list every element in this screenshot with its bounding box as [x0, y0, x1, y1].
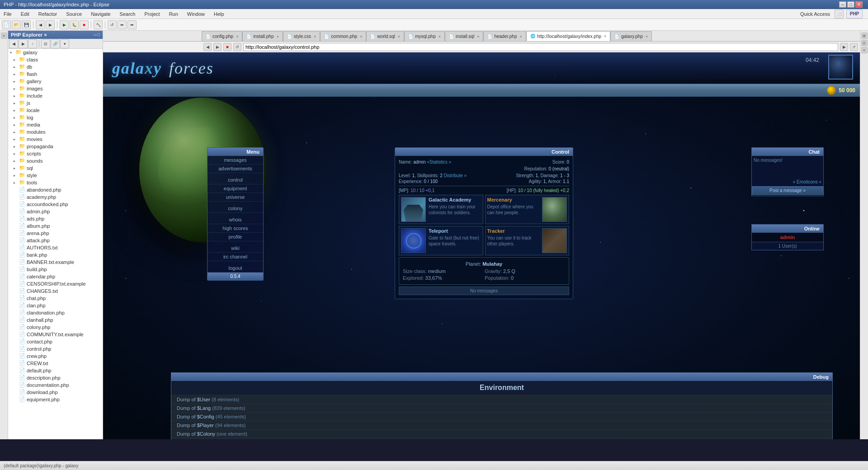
debug-run-btn[interactable]: 🐛 [70, 20, 79, 29]
feature-academy[interactable]: Galactic Academy Here you can train your… [399, 195, 483, 224]
new-btn[interactable]: 📄 [2, 20, 11, 29]
left-edge-btn1[interactable]: ≡ [1, 33, 7, 39]
back-btn[interactable]: ◀ [36, 20, 45, 29]
tree-item-js[interactable]: ▸ 📁 js [8, 99, 103, 107]
tree-item-tools[interactable]: ▸ 📁 tools [8, 179, 103, 186]
tree-item-description[interactable]: 📄 description.php [8, 374, 103, 381]
tree-item-chat[interactable]: 📄 chat.php [8, 295, 103, 302]
open-btn[interactable]: 📂 [12, 20, 21, 29]
tree-item-locale[interactable]: ▸ 📁 locale [8, 107, 103, 114]
tree-item-propaganda[interactable]: ▸ 📁 propaganda [8, 143, 103, 150]
sidebar-minimize-btn[interactable]: ─ [94, 33, 96, 37]
addr-back-btn[interactable]: ◀ [203, 43, 212, 51]
menu-profile[interactable]: profile [208, 233, 263, 241]
tab-install[interactable]: 📄 install.php × [242, 31, 283, 41]
menu-file[interactable]: File [2, 10, 14, 18]
tab-install-sql[interactable]: 📄 install.sql × [445, 31, 483, 41]
tree-item-accountlocked[interactable]: 📄 accountlocked.php [8, 201, 103, 208]
tree-item-sql[interactable]: ▸ 📁 sql [8, 164, 103, 172]
tree-item-authors[interactable]: 📄 AUTHORS.txt [8, 244, 103, 251]
tab-close[interactable]: × [276, 34, 278, 39]
browse-fwd-btn[interactable]: ➡ [127, 20, 137, 29]
tree-item-style[interactable]: ▸ 📁 style [8, 172, 103, 179]
right-edge-btn2[interactable]: ⊡ [861, 40, 868, 46]
tree-item-contact[interactable]: 📄 contact.php [8, 338, 103, 345]
minimize-button[interactable]: ─ [839, 1, 846, 8]
tab-close[interactable]: × [314, 34, 316, 39]
distribute-link[interactable]: Distribute » [444, 173, 467, 178]
php-btn[interactable]: PHP [846, 9, 863, 19]
menu-run[interactable]: Run [167, 10, 180, 18]
menu-irc[interactable]: irc channel [208, 253, 263, 261]
tree-item-censorship[interactable]: 📄 CENSORSHIP.txt.example [8, 280, 103, 287]
stop-btn[interactable]: ■ [80, 20, 89, 29]
tab-style[interactable]: 📄 style.css × [283, 31, 321, 41]
sidebar-link-btn[interactable]: 🔗 [51, 39, 60, 48]
debug-row-config[interactable]: Dump of $Config (45 elements) [171, 413, 832, 421]
menu-search[interactable]: Search [118, 10, 137, 18]
menu-equipment[interactable]: equipment [208, 184, 263, 193]
tree-item-clan[interactable]: 📄 clan.php [8, 302, 103, 309]
tree-item-class[interactable]: ▸ 📁 class [8, 56, 103, 63]
right-edge-btn3[interactable]: ≡ [861, 47, 868, 53]
address-input[interactable] [243, 43, 838, 51]
maximize-button[interactable]: □ [847, 1, 854, 8]
tab-close[interactable]: × [398, 34, 400, 39]
debug-row-user[interactable]: Dump of $User (8 elements) [171, 395, 832, 404]
menu-messages[interactable]: messages [208, 156, 263, 164]
menu-navigate[interactable]: Navigate [89, 10, 112, 18]
right-edge-btn1[interactable]: ⊞ [861, 33, 868, 39]
addr-stop-btn[interactable]: ■ [223, 43, 231, 51]
tree-item-clandonation[interactable]: 📄 clandonation.php [8, 309, 103, 316]
perspective-btn[interactable]: ⬜ [835, 9, 844, 19]
tree-item-community[interactable]: 📄 COMMUNITY.txt.example [8, 331, 103, 338]
tab-close[interactable]: × [360, 34, 362, 39]
tree-item-movies[interactable]: ▸ 📁 movies [8, 136, 103, 143]
tree-item-ads[interactable]: 📄 ads.php [8, 215, 103, 222]
tab-header[interactable]: 📄 header.php × [483, 31, 526, 41]
stats-link[interactable]: «Statistics » [427, 160, 451, 164]
tab-close[interactable]: × [646, 34, 648, 39]
sidebar-back-btn[interactable]: ◀ [9, 39, 18, 48]
tree-item-db[interactable]: ▸ 📁 db [8, 63, 103, 70]
menu-wiki[interactable]: wiki [208, 244, 263, 253]
tab-config[interactable]: 📄 config.php × [202, 31, 242, 41]
tab-world[interactable]: 📄 world.sql × [366, 31, 404, 41]
run-btn[interactable]: ▶ [60, 20, 69, 29]
tree-item-flash[interactable]: ▸ 📁 flash [8, 70, 103, 78]
menu-highscores[interactable]: high scores [208, 224, 263, 233]
tab-close[interactable]: × [236, 34, 238, 39]
tab-galaxy-php[interactable]: 📄 galaxy.php × [610, 31, 652, 41]
tree-item-log[interactable]: ▸ 📁 log [8, 114, 103, 121]
tree-root-galaxy[interactable]: ▾ 📁 galaxy [8, 49, 103, 56]
tab-close[interactable]: × [519, 34, 522, 39]
tree-item-default[interactable]: 📄 default.php [8, 367, 103, 374]
tree-item-gallery[interactable]: ▸ 📁 gallery [8, 78, 103, 85]
menu-colony[interactable]: colony [208, 204, 263, 213]
tree-item-calendar[interactable]: 📄 calendar.php [8, 273, 103, 280]
tree-item-equipment[interactable]: 📄 equipment.php [8, 396, 103, 403]
addr-fwd-btn[interactable]: ▶ [213, 43, 222, 51]
menu-advertisements[interactable]: advertisements [208, 164, 263, 173]
forward-btn[interactable]: ▶ [46, 20, 55, 29]
tree-item-include[interactable]: ▸ 📁 include [8, 92, 103, 99]
tree-item-modules[interactable]: ▸ 📁 modules [8, 128, 103, 136]
tree-item-images[interactable]: ▸ 📁 images [8, 85, 103, 92]
tree-item-abandoned[interactable]: 📄 abandoned.php [8, 186, 103, 193]
sidebar-maximize-btn[interactable]: □ [98, 33, 100, 37]
save-btn[interactable]: 💾 [22, 20, 31, 29]
tree-item-crew[interactable]: 📄 crew.php [8, 352, 103, 360]
debug-row-player[interactable]: Dump of $Player (94 elements) [171, 421, 832, 430]
menu-help[interactable]: Help [212, 10, 226, 18]
menu-edit[interactable]: Edit [19, 10, 31, 18]
menu-refactor[interactable]: Refactor [37, 10, 59, 18]
feature-teleport[interactable]: Teleport Gate to fast (but not free) spa… [399, 226, 483, 255]
menu-control[interactable]: control [208, 176, 263, 184]
tree-item-bank[interactable]: 📄 bank.php [8, 251, 103, 258]
emoticons-link[interactable]: » Emoticons « [752, 179, 823, 185]
tree-item-academy[interactable]: 📄 academy.php [8, 193, 103, 201]
menu-window[interactable]: Window [185, 10, 207, 18]
tree-item-admin[interactable]: 📄 admin.php [8, 208, 103, 215]
tree-item-documentation[interactable]: 📄 documentation.php [8, 381, 103, 389]
post-message-button[interactable]: Post a message » [752, 186, 823, 195]
